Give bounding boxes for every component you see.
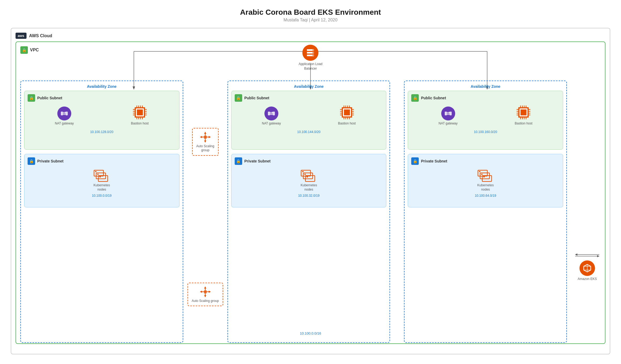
k8s-3: Kubernetes nodes [477,168,494,192]
bastion-label-3: Bastion host [515,122,532,126]
svg-rect-84 [306,176,308,177]
public-subnet-1: 🔒 Public Subnet [24,91,179,150]
public-subnet-3-header: 🔒 Public Subnet [411,94,560,102]
svg-marker-52 [200,291,202,293]
svg-rect-39 [97,174,99,175]
eks-container: Amazon EKS [571,81,601,343]
public-subnet-2: 🔒 Public Subnet [231,91,387,150]
svg-rect-113 [481,174,482,175]
svg-rect-11 [61,112,63,115]
public-subnet-3-content: NAT gateway [411,104,560,128]
bastion-2-container: Bastion host [338,104,356,126]
svg-rect-38 [95,171,96,172]
az3-label: Availability Zone [408,84,563,89]
public-subnet-1-content: NAT gateway [28,104,176,128]
svg-rect-114 [483,176,485,177]
k8s-icon-3 [477,168,494,182]
private-subnet-1-cidr: 10.100.0.0/19 [28,194,176,198]
scaling-group-private: Auto Scaling group [188,283,223,306]
svg-marker-116 [575,253,577,256]
alb-container: Application Load Balancer [299,45,323,71]
nat-label-2: NAT gateway [262,122,281,126]
nat-gateway-3: NAT gateway [439,107,458,126]
az1-label: Availability Zone [24,84,179,89]
k8s-1: Kubernetes nodes [93,168,110,192]
svg-marker-118 [597,255,599,257]
az-column-2: Availability Zone 🔒 Public Subnet [227,81,390,343]
svg-rect-18 [137,109,143,115]
k8s-label-3: Kubernetes nodes [477,183,494,192]
private-subnet-3-content: Kubernetes nodes [411,168,560,192]
private-subnet-1: 🔒 Private Subnet [24,154,179,207]
private-subnet-2-label: Private Subnet [244,159,271,163]
public-subnet-1-label: Public Subnet [37,96,62,100]
svg-rect-92 [521,109,526,115]
private-subnet-2-icon: 🔒 [235,157,242,165]
scaling-group-public: Auto Scaling group [192,128,219,156]
nat-gateway-1: NAT gateway [55,107,74,126]
public-subnet-1-icon: 🔒 [28,94,35,102]
scaling-groups-col: Auto Scaling group Auto Scaling group [188,81,223,343]
alb-icon [302,45,319,61]
scaling-group-public-label: Auto Scaling group [196,144,214,153]
public-subnet-3-icon: 🔒 [411,94,419,102]
aws-cloud-header: aws AWS Cloud [16,33,605,39]
nat-icon-3 [441,107,455,120]
page-header: Arabic Corona Board EKS Environment Must… [0,0,621,22]
svg-rect-112 [479,171,480,172]
private-subnet-2-header: 🔒 Private Subnet [235,157,383,165]
scaling-icon-private [199,286,211,298]
private-subnet-1-content: Kubernetes nodes [28,168,176,192]
bastion-icon-3 [515,104,532,120]
svg-rect-40 [99,176,101,177]
bastion-label-2: Bastion host [338,122,356,126]
private-subnet-2-content: Kubernetes nodes [235,168,383,192]
public-subnet-3: 🔒 Public Subnet [408,91,563,150]
gap-col [394,81,400,343]
nat-icon-1 [57,107,71,120]
svg-rect-62 [344,109,350,115]
scaling-group-private-label: Auto Scaling group [192,299,219,303]
public-subnet-2-cidr: 10.100.144.0/20 [235,130,383,134]
private-subnet-1-header: 🔒 Private Subnet [28,157,176,165]
eks-icon-container: Amazon EKS [578,260,597,281]
public-subnet-2-icon: 🔒 [235,94,242,102]
nat-label-3: NAT gateway [439,122,458,126]
svg-rect-56 [273,112,275,115]
svg-point-3 [313,50,314,51]
public-subnet-2-label: Public Subnet [244,96,269,100]
aws-logo: aws [16,33,27,39]
public-subnet-2-content: NAT gateway [235,104,383,128]
bastion-label-1: Bastion host [131,122,149,126]
eks-arrows [574,252,601,258]
diagram-area: aws AWS Cloud 🔒 VPC Applicatio [11,28,610,354]
eks-arrow-area [574,252,601,258]
private-subnet-1-label: Private Subnet [37,159,63,163]
nat-icon-2 [264,107,278,120]
svg-marker-45 [200,136,202,138]
private-subnet-2: 🔒 Private Subnet [231,154,387,207]
svg-rect-82 [302,171,304,172]
vpc-lock-icon: 🔒 [20,46,28,54]
svg-point-4 [313,52,314,53]
private-subnet-3-cidr: 10.100.64.0/19 [411,194,560,198]
public-subnet-3-cidr: 10.100.160.0/20 [411,130,560,134]
public-subnet-2-header: 🔒 Public Subnet [235,94,383,102]
page-title: Arabic Corona Board EKS Environment [0,8,621,17]
vpc-label-text: VPC [30,48,39,52]
eks-icon [579,260,595,276]
az2-label: Availability Zone [231,84,387,89]
bastion-icon-1 [132,104,148,120]
svg-rect-55 [268,112,270,115]
private-subnet-3-label: Private Subnet [421,159,447,163]
k8s-2: Kubernetes nodes [300,168,317,192]
private-subnet-3-icon: 🔒 [411,157,419,165]
private-subnet-1-icon: 🔒 [28,157,35,165]
private-subnet-2-cidr: 10.100.32.0/19 [235,194,383,198]
k8s-icon-1 [93,168,110,182]
az-column-3: Availability Zone 🔒 Public Subnet [404,81,567,343]
vpc-cidr: 10.100.0.0/16 [300,331,321,335]
scaling-icon-public [199,131,211,143]
svg-marker-44 [204,141,206,143]
svg-rect-12 [66,112,68,115]
